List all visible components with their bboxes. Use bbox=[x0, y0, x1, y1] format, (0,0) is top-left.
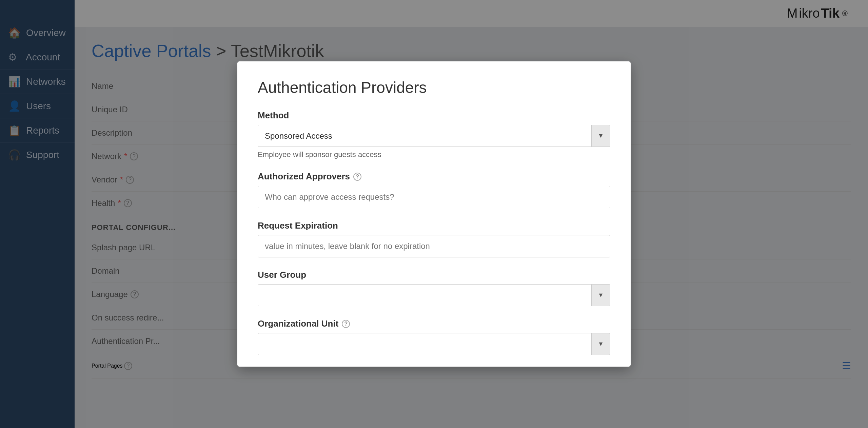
user-group-label: User Group bbox=[258, 270, 610, 280]
authorized-approvers-help-icon: ? bbox=[353, 173, 361, 181]
organizational-unit-select[interactable] bbox=[258, 333, 610, 355]
organizational-unit-field: Organizational Unit ? bbox=[258, 318, 610, 355]
modal-overlay: Authentication Providers Method Sponsore… bbox=[0, 0, 868, 428]
request-expiration-label: Request Expiration bbox=[258, 220, 610, 231]
user-group-select[interactable] bbox=[258, 284, 610, 306]
user-group-field: User Group bbox=[258, 270, 610, 306]
method-select[interactable]: Sponsored Access bbox=[258, 125, 610, 147]
method-description: Employee will sponsor guests access bbox=[258, 150, 610, 159]
organizational-unit-help-icon: ? bbox=[342, 320, 350, 328]
request-expiration-field: Request Expiration bbox=[258, 220, 610, 257]
method-select-wrapper[interactable]: Sponsored Access bbox=[258, 125, 610, 147]
request-expiration-input[interactable] bbox=[258, 235, 610, 257]
authorized-approvers-field: Authorized Approvers ? bbox=[258, 171, 610, 208]
organizational-unit-label: Organizational Unit ? bbox=[258, 318, 610, 329]
method-field: Method Sponsored Access Employee will sp… bbox=[258, 110, 610, 159]
authentication-providers-modal: Authentication Providers Method Sponsore… bbox=[237, 61, 631, 367]
authorized-approvers-label: Authorized Approvers ? bbox=[258, 171, 610, 182]
organizational-unit-select-wrapper[interactable] bbox=[258, 333, 610, 355]
method-label: Method bbox=[258, 110, 610, 121]
authorized-approvers-input[interactable] bbox=[258, 186, 610, 208]
modal-title: Authentication Providers bbox=[258, 78, 610, 97]
user-group-select-wrapper[interactable] bbox=[258, 284, 610, 306]
